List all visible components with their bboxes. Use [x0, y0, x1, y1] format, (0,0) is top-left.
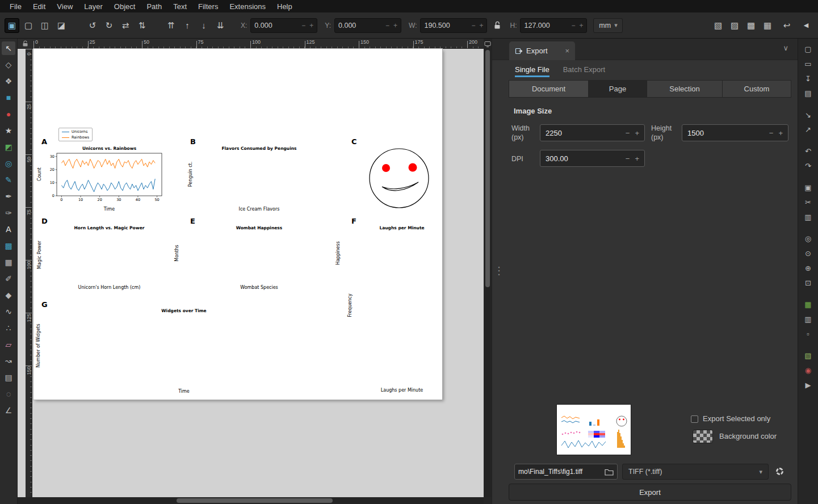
import-icon[interactable]: ↘	[803, 109, 814, 120]
undo-icon[interactable]: ↶	[803, 145, 814, 157]
flip-horizontal-icon[interactable]: ⇄	[118, 18, 133, 33]
ellipse-tool-icon[interactable]: ●	[2, 107, 15, 121]
symbol-marker-icon[interactable]: ◉	[803, 364, 814, 376]
star-tool-icon[interactable]: ★	[2, 124, 15, 137]
deselect-icon[interactable]: ▢	[21, 18, 36, 33]
more-icon[interactable]: ▶	[803, 379, 814, 390]
background-color-swatch[interactable]	[693, 430, 713, 443]
x-decrement-icon[interactable]: −	[301, 22, 305, 30]
mode-page[interactable]: Page	[588, 80, 647, 98]
horizontal-scrollbar-thumb[interactable]	[177, 498, 333, 503]
y-decrement-icon[interactable]: −	[385, 22, 389, 30]
menu-path[interactable]: Path	[141, 1, 167, 12]
vertical-scrollbar[interactable]	[484, 39, 492, 497]
paste-icon[interactable]: ▥	[803, 211, 814, 222]
dock-chevron-icon[interactable]: ∨	[783, 44, 788, 52]
dropper-tool-icon[interactable]: ✐	[2, 272, 15, 285]
raise-to-top-icon[interactable]: ⇈	[163, 18, 178, 33]
redo-icon[interactable]: ↷	[803, 160, 814, 171]
spray-tool-icon[interactable]: ∴	[2, 321, 15, 335]
box-3d-tool-icon[interactable]: ◩	[2, 140, 15, 154]
pen-tool-icon[interactable]: ✒	[2, 190, 15, 203]
y-input[interactable]: 0.000 − +	[334, 18, 401, 33]
export-filename-input[interactable]: mo\Final_Tiffs\fig1.tiff	[514, 464, 618, 480]
export-height-input[interactable]: 1500 − +	[682, 124, 788, 141]
w-increment-icon[interactable]: +	[479, 22, 483, 30]
lock-guides-icon[interactable]	[18, 39, 32, 49]
tool-options-icon[interactable]: ▣	[5, 18, 19, 33]
document-save-icon[interactable]: ↧	[803, 73, 814, 84]
x-input[interactable]: 0.000 − +	[250, 18, 317, 33]
export-dpi-input[interactable]: 300.00 − +	[540, 150, 645, 167]
menu-extensions[interactable]: Extensions	[224, 1, 271, 12]
move-patterns-toggle-icon[interactable]: ▨	[727, 18, 742, 33]
export-selected-checkbox[interactable]	[691, 415, 698, 423]
menu-view[interactable]: View	[52, 1, 78, 12]
text-tool-icon[interactable]: A	[2, 222, 15, 236]
rotate-cw-icon[interactable]: ↻	[102, 18, 116, 33]
tweak-tool-icon[interactable]: ∿	[2, 305, 15, 318]
snap-toggle-icon[interactable]: ↩	[779, 18, 794, 33]
monitor-icon[interactable]	[484, 40, 491, 50]
menu-help[interactable]: Help	[272, 1, 297, 12]
document-print-icon[interactable]: ▤	[803, 87, 814, 99]
height-increment-icon[interactable]: +	[778, 129, 783, 137]
collapse-toolbar-icon[interactable]: ◀	[799, 18, 813, 33]
selection-to-path-icon[interactable]: ◪	[54, 18, 69, 33]
folder-icon[interactable]	[605, 468, 614, 476]
menu-edit[interactable]: Edit	[28, 1, 51, 12]
units-dropdown[interactable]: mm ▾	[593, 18, 623, 33]
export-tab[interactable]: Export ×	[509, 41, 575, 60]
vertical-ruler[interactable]: 0255075100125150	[26, 49, 32, 497]
rotate-ccw-icon[interactable]: ↺	[85, 18, 100, 33]
mesh-tool-icon[interactable]: ▦	[2, 255, 15, 269]
node-tool-icon[interactable]: ◇	[2, 58, 15, 72]
height-input[interactable]: 127.000 − +	[520, 18, 587, 33]
horizontal-ruler[interactable]: 0255075100125150175200	[32, 39, 484, 49]
bucket-tool-icon[interactable]: ◆	[2, 288, 15, 302]
export-width-input[interactable]: 2250 − +	[540, 124, 645, 141]
eraser-tool-icon[interactable]: ▱	[2, 338, 15, 351]
zoom-center-icon[interactable]: ⊡	[803, 277, 814, 288]
calligraphy-tool-icon[interactable]: ✑	[2, 206, 15, 220]
lower-icon[interactable]: ↓	[196, 18, 211, 33]
export-settings-gear-icon[interactable]	[776, 468, 783, 475]
menu-filters[interactable]: Filters	[193, 1, 223, 12]
page-tool-icon[interactable]: ▤	[2, 371, 15, 384]
duplicate-icon[interactable]: ▣	[803, 182, 814, 193]
x-increment-icon[interactable]: +	[309, 22, 313, 30]
snap-objects-icon[interactable]: ▫	[803, 328, 814, 339]
width-increment-icon[interactable]: +	[635, 129, 639, 137]
w-decrement-icon[interactable]: −	[471, 22, 475, 30]
canvas-view[interactable]: Unicorns Rainbows A B C D E F G Unicorns…	[32, 49, 484, 497]
mode-custom[interactable]: Custom	[722, 80, 791, 98]
scale-stroke-toggle-icon[interactable]: ▩	[744, 18, 758, 33]
document-new-icon[interactable]: ▢	[803, 43, 814, 54]
spiral-tool-icon[interactable]: ◎	[2, 157, 15, 170]
zoom-tool-icon[interactable]: ◌	[2, 387, 15, 401]
h-decrement-icon[interactable]: −	[571, 22, 575, 30]
scale-corners-toggle-icon[interactable]: ▦	[760, 18, 775, 33]
connector-tool-icon[interactable]: ↝	[2, 354, 15, 368]
flip-vertical-icon[interactable]: ⇅	[135, 18, 149, 33]
panel-resize-grip[interactable]: ⋮	[494, 264, 504, 277]
zoom-selection-icon[interactable]: ◎	[803, 233, 814, 244]
cut-icon[interactable]: ✂	[803, 196, 814, 208]
snap-guides-icon[interactable]: ▥	[803, 313, 814, 325]
h-increment-icon[interactable]: +	[579, 22, 583, 30]
mode-document[interactable]: Document	[509, 80, 589, 98]
mode-selection[interactable]: Selection	[647, 80, 723, 98]
measure-tool-icon[interactable]: ∠	[2, 404, 15, 417]
move-gradients-toggle-icon[interactable]: ▧	[711, 18, 725, 33]
menu-file[interactable]: File	[5, 1, 27, 12]
menu-text[interactable]: Text	[168, 1, 192, 12]
y-increment-icon[interactable]: +	[393, 22, 397, 30]
menu-layer[interactable]: Layer	[79, 1, 108, 12]
raise-icon[interactable]: ↑	[180, 18, 195, 33]
document-open-icon[interactable]: ▭	[803, 58, 814, 69]
tab-batch-export[interactable]: Batch Export	[563, 65, 605, 77]
height-decrement-icon[interactable]: −	[769, 129, 774, 137]
close-icon[interactable]: ×	[565, 47, 569, 55]
dpi-increment-icon[interactable]: +	[635, 154, 639, 163]
layer-new-icon[interactable]: ▧	[803, 350, 814, 361]
